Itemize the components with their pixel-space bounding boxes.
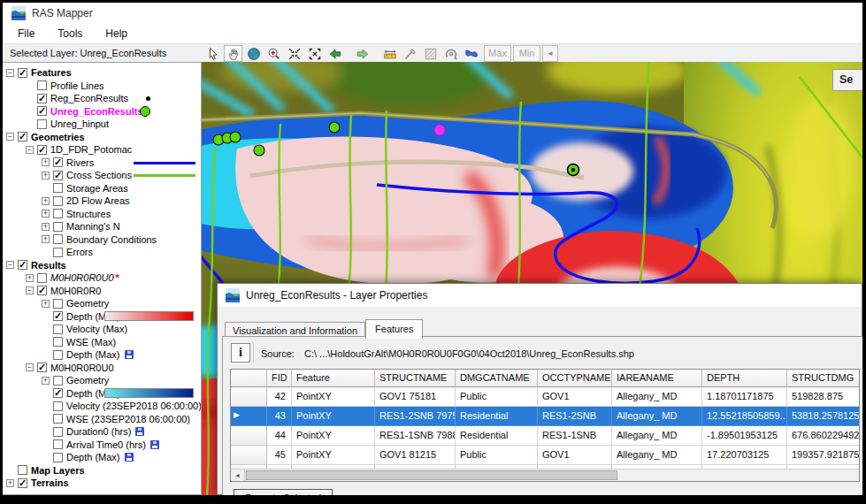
tree-label[interactable]: Structures xyxy=(66,209,111,219)
expand-plus-icon[interactable]: + xyxy=(6,479,14,487)
expand-plus-icon[interactable]: + xyxy=(42,377,50,385)
tree-label[interactable]: Geometries xyxy=(31,132,85,142)
layer-checkbox[interactable] xyxy=(53,157,63,167)
tree-label[interactable]: Results xyxy=(31,260,66,271)
expand-plus-icon[interactable]: + xyxy=(42,158,50,166)
zoom-in-tool[interactable] xyxy=(264,45,283,62)
map-corner-button[interactable]: Se xyxy=(832,69,862,91)
tree-label[interactable]: Geometry xyxy=(66,375,109,386)
layer-checkbox[interactable] xyxy=(37,106,47,116)
table-cell[interactable]: RES1-1SNB 79886 xyxy=(375,426,456,446)
expand-minus-icon[interactable]: − xyxy=(6,261,14,269)
clip-region-tool[interactable] xyxy=(421,45,440,62)
expand-plus-icon[interactable]: + xyxy=(42,223,50,231)
tree-label[interactable]: Geometry xyxy=(66,298,109,309)
tree-label[interactable]: WSE (Max) xyxy=(66,337,116,347)
table-cell[interactable]: 44 xyxy=(267,426,292,446)
nav-back-button[interactable]: ◄ xyxy=(542,45,558,62)
layer-checkbox[interactable] xyxy=(53,248,63,257)
select-tool[interactable] xyxy=(203,45,222,62)
table-cell[interactable]: 53818.2578125 xyxy=(787,407,860,426)
table-cell[interactable]: 43 xyxy=(267,407,292,426)
min-button[interactable]: Min xyxy=(513,45,540,62)
horizontal-scrollbar[interactable]: ◄ xyxy=(231,469,859,481)
max-button[interactable]: Max xyxy=(484,45,511,62)
layer-checkbox[interactable] xyxy=(53,196,63,206)
layer-checkbox[interactable] xyxy=(53,171,63,180)
tree-label[interactable]: 2D Flow Areas xyxy=(66,195,130,206)
layer-checkbox[interactable] xyxy=(53,439,63,449)
title-bar[interactable]: RAS Mapper xyxy=(3,3,862,24)
tree-label[interactable]: Errors xyxy=(66,247,93,257)
layer-checkbox[interactable] xyxy=(53,299,63,309)
layer-checkbox[interactable] xyxy=(18,478,27,488)
expand-minus-icon[interactable]: − xyxy=(26,146,34,154)
tab-features[interactable]: Features xyxy=(365,319,423,339)
layer-checkbox[interactable] xyxy=(53,350,63,360)
tree-label[interactable]: Profile Lines xyxy=(50,80,104,91)
table-row[interactable]: ▶43PointXYRES1-2SNB 79759ResidentialRES1… xyxy=(231,407,859,426)
table-cell[interactable]: 17.220703125 xyxy=(702,446,787,465)
scroll-left-arrow-icon[interactable]: ◄ xyxy=(231,470,245,481)
menu-item-tools[interactable]: Tools xyxy=(46,25,94,42)
table-cell[interactable]: Public xyxy=(456,446,538,465)
table-cell[interactable]: 199357.921875 xyxy=(787,446,860,465)
table-cell[interactable]: Public xyxy=(456,387,538,407)
layer-checkbox[interactable] xyxy=(18,68,27,78)
expand-plus-icon[interactable]: + xyxy=(42,197,50,205)
tree-label[interactable]: Arrival Time0 (hrs) xyxy=(66,439,146,450)
table-row[interactable]: 42PointXYGOV1 75181PublicGOV1Allegany_ M… xyxy=(231,387,859,407)
tree-label[interactable]: Cross Sections xyxy=(66,170,132,180)
pan-tool[interactable] xyxy=(224,45,242,62)
table-cell[interactable]: PointXY xyxy=(292,426,375,446)
tree-label[interactable]: Manning's N xyxy=(66,221,120,232)
tree-label[interactable]: Boundary Conditions xyxy=(66,234,157,245)
tree-label[interactable]: Terrains xyxy=(31,477,69,488)
table-cell[interactable]: 676.8602294921... xyxy=(787,426,860,446)
layer-checkbox[interactable] xyxy=(53,234,63,244)
column-header-structname[interactable]: STRUCTNAME xyxy=(375,370,456,387)
tree-label[interactable]: Unreg_hinput xyxy=(50,118,109,129)
unreg-econ-point[interactable] xyxy=(254,145,264,156)
table-cell[interactable]: 519828.875 xyxy=(787,387,860,407)
zoom-window-tool[interactable] xyxy=(285,45,303,62)
layer-checkbox[interactable] xyxy=(37,145,47,155)
layer-checkbox[interactable] xyxy=(53,414,63,424)
unreg-econ-point[interactable] xyxy=(230,132,241,142)
table-cell[interactable]: PointXY xyxy=(292,387,375,407)
zoom-to-selected-button[interactable]: Zoom to Selected xyxy=(234,489,333,495)
layer-checkbox[interactable] xyxy=(37,80,47,90)
layer-checkbox[interactable] xyxy=(37,119,47,129)
tree-label[interactable]: Reg_EconResults xyxy=(50,93,128,103)
tree-label[interactable]: Depth (Max) xyxy=(66,349,120,360)
tree-label[interactable]: 1D_FDR_Potomac xyxy=(50,144,132,155)
table-cell[interactable]: 42 xyxy=(267,387,292,407)
tree-label[interactable]: Rivers xyxy=(66,157,94,168)
tree-label[interactable]: Duration0 (hrs) xyxy=(66,426,131,437)
table-cell[interactable]: GOV1 75181 xyxy=(375,387,456,407)
table-cell[interactable]: GOV1 xyxy=(538,387,612,407)
table-cell[interactable]: RES1-2SNB xyxy=(538,407,612,426)
layer-checkbox[interactable] xyxy=(37,363,47,372)
expand-plus-icon[interactable]: + xyxy=(42,210,50,218)
layer-checkbox[interactable] xyxy=(53,376,63,386)
profile-line-tool[interactable] xyxy=(401,45,419,62)
tree-label[interactable]: Unreg_EconResults xyxy=(50,106,143,117)
column-header-structdmg[interactable]: STRUCTDMG xyxy=(787,370,860,387)
table-cell[interactable]: GOV1 xyxy=(538,446,612,465)
layer-checkbox[interactable] xyxy=(53,311,63,321)
row-selector-cell[interactable] xyxy=(231,446,267,465)
table-cell[interactable]: 45 xyxy=(267,446,292,465)
table-cell[interactable]: PointXY xyxy=(292,446,375,465)
layer-checkbox[interactable] xyxy=(53,388,63,398)
table-cell[interactable]: Allegany_ MD xyxy=(612,387,702,407)
table-cell[interactable]: Allegany_ MD xyxy=(612,407,702,426)
table-row[interactable]: 45PointXYGOV1 81215PublicGOV1Allegany_ M… xyxy=(231,446,859,465)
column-header-depth[interactable]: DEPTH xyxy=(702,370,787,387)
layer-checkbox[interactable] xyxy=(53,209,63,218)
tree-label[interactable]: WSE (23SEP2018 06:00:00) xyxy=(66,414,190,424)
table-cell[interactable]: 12.55218505859... xyxy=(702,407,787,426)
table-cell[interactable]: RES1-1SNB xyxy=(538,426,612,446)
next-view-tool[interactable] xyxy=(353,45,372,62)
expand-plus-icon[interactable]: + xyxy=(42,300,50,308)
